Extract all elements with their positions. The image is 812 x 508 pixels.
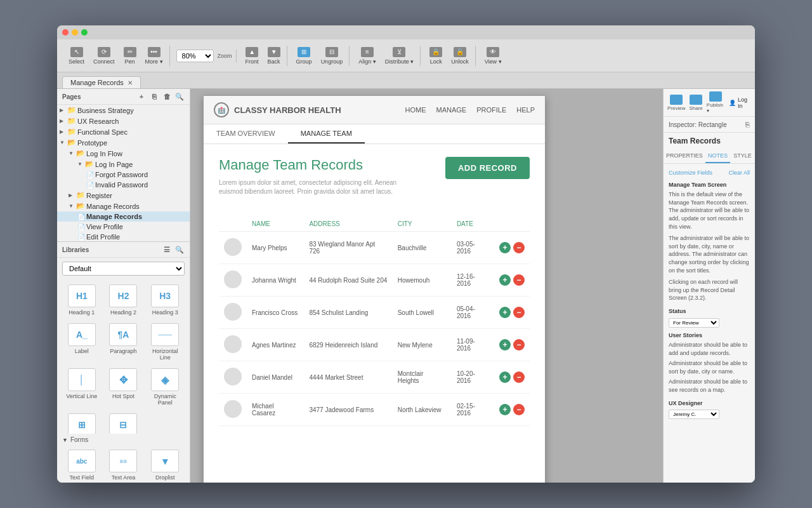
tree-item-view-profile[interactable]: 📄 View Profile (57, 222, 190, 232)
delete-button[interactable]: − (513, 307, 525, 318)
tab-manage-team[interactable]: MANAGE TEAM (288, 124, 365, 144)
tree-label: UX Research (77, 117, 119, 125)
lib-item-text-field[interactable]: abc Text Field (62, 447, 102, 483)
tab-notes[interactable]: NOTES (705, 149, 730, 163)
tree-item-register[interactable]: ▶ 📁 Register (57, 190, 190, 201)
pages-delete-icon[interactable]: 🗑 (162, 91, 172, 102)
pages-search-icon[interactable]: 🔍 (174, 91, 185, 102)
lib-item-label[interactable]: A_ Label (62, 321, 102, 363)
view-button[interactable]: 👁 View ▾ (482, 46, 504, 66)
nav-home[interactable]: HOME (405, 106, 426, 114)
lib-item-repeater[interactable]: ⊟ Repeater (104, 411, 143, 434)
login-button[interactable]: 👤 Log In (729, 97, 751, 109)
clear-all-link[interactable]: Clear All (728, 169, 750, 177)
nav-help[interactable]: HELP (516, 106, 535, 114)
horizontal-line-label: Horizontal Line (147, 348, 183, 361)
col-address[interactable]: ADDRESS (304, 217, 392, 232)
pages-add-icon[interactable]: + (136, 91, 147, 102)
more-button[interactable]: ••• More ▾ (143, 46, 166, 66)
edit-button[interactable]: + (499, 339, 511, 351)
libraries-search-icon[interactable]: 🔍 (174, 244, 185, 255)
inspector-title: Team Records (664, 133, 755, 149)
delete-button[interactable]: − (513, 404, 525, 415)
tab-properties[interactable]: PROPERTIES (664, 149, 705, 163)
delete-button[interactable]: − (513, 371, 525, 383)
zoom-group: 80% 100% 50% Zoom (173, 50, 237, 62)
select-button[interactable]: ↖ Select (66, 46, 87, 66)
libraries-dropdown[interactable]: Default (62, 262, 185, 276)
tree-item-forgot-password[interactable]: 📄 Forgot Password (57, 170, 190, 180)
forms-grid: abc Text Field ≡≡ Text Area ▾ Droplist (57, 444, 190, 483)
lib-item-inline-frame[interactable]: ⊞ Inline Frame (62, 411, 102, 434)
status-select[interactable]: For Review Approved Rejected (669, 318, 719, 328)
unlock-button[interactable]: 🔓 Unlock (449, 46, 471, 66)
group-button[interactable]: ⊞ Group (294, 46, 315, 66)
zoom-select[interactable]: 80% 100% 50% (176, 50, 214, 62)
pen-button[interactable]: ✏ Pen (121, 46, 139, 66)
preview-button[interactable]: Preview (667, 95, 685, 111)
edit-button[interactable]: + (499, 307, 511, 318)
distribute-button[interactable]: ⊻ Distribute ▾ (383, 46, 417, 66)
tab-style[interactable]: STYLE (730, 149, 755, 163)
lib-item-dynamic-panel[interactable]: ◈ Dynamic Panel (145, 366, 185, 408)
tree-item-ux-research[interactable]: ▶ 📁 UX Research (57, 116, 190, 126)
close-btn[interactable] (62, 29, 69, 36)
lib-item-heading3[interactable]: H3 Heading 3 (145, 282, 185, 318)
inspector-copy-icon[interactable]: ⎘ (745, 121, 750, 128)
tree-item-prototype[interactable]: ▼ 📂 Prototype (57, 137, 190, 148)
delete-button[interactable]: − (513, 339, 525, 351)
ungroup-icon: ⊟ (325, 47, 338, 57)
lib-item-heading1[interactable]: H1 Heading 1 (62, 282, 102, 318)
tree-item-business-strategy[interactable]: ▶ 📁 Business Strategy (57, 105, 190, 116)
add-record-button[interactable]: ADD RECORD (445, 157, 530, 179)
lib-item-heading2[interactable]: H2 Heading 2 (104, 282, 143, 318)
edit-button[interactable]: + (499, 242, 511, 253)
text-area-label: Text Area (112, 474, 136, 481)
manage-records-tab[interactable]: Manage Records ✕ (62, 76, 141, 88)
lib-item-text-area[interactable]: ≡≡ Text Area (104, 447, 143, 483)
tree-item-invalid-password[interactable]: 📄 Invalid Password (57, 180, 190, 190)
user-story-1: Administrator should be able to add and … (669, 341, 750, 357)
lib-item-hotspot[interactable]: ✥ Hot Spot (104, 366, 143, 408)
maximize-btn[interactable] (81, 29, 88, 36)
nav-manage[interactable]: MANAGE (436, 106, 466, 114)
minimize-btn[interactable] (72, 29, 78, 36)
tree-item-login-flow[interactable]: ▼ 📂 Log In Flow (57, 148, 190, 159)
connect-button[interactable]: ⟳ Connect (91, 46, 117, 66)
delete-button[interactable]: − (513, 242, 525, 253)
back-button[interactable]: ▼ Back (265, 46, 283, 66)
avatar (224, 271, 242, 288)
front-button[interactable]: ▲ Front (243, 46, 261, 66)
tree-item-functional-spec[interactable]: ▶ 📁 Functional Spec (57, 126, 190, 137)
lib-item-paragraph[interactable]: ¶A Paragraph (104, 321, 143, 363)
edit-button[interactable]: + (499, 371, 511, 383)
publish-button[interactable]: Publish ▾ (707, 91, 725, 114)
dynamic-panel-icon: ◈ (151, 368, 179, 391)
align-button[interactable]: ≡ Align ▾ (356, 46, 379, 66)
tree-item-manage-records-file[interactable]: 📄 Manage Records (57, 211, 190, 222)
col-city[interactable]: CITY (393, 217, 452, 232)
libraries-list-icon[interactable]: ☰ (162, 244, 172, 255)
delete-button[interactable]: − (513, 274, 525, 286)
ungroup-button[interactable]: ⊟ Ungroup (318, 46, 346, 66)
lib-item-horizontal-line[interactable]: ─── Horizontal Line (145, 321, 185, 363)
tab-team-overview[interactable]: TEAM OVERVIEW (204, 124, 288, 144)
col-name[interactable]: NAME (247, 217, 304, 232)
sidebar-left: Pages + ⎘ 🗑 🔍 ▶ 📁 Business Strategy ▶ (57, 89, 190, 483)
tree-item-edit-profile[interactable]: 📄 Edit Profile (57, 232, 190, 241)
tree-item-login-page[interactable]: ▼ 📂 Log In Page (57, 159, 190, 170)
tab-close-icon[interactable]: ✕ (128, 79, 133, 86)
lib-item-droplist[interactable]: ▾ Droplist (145, 447, 185, 483)
edit-button[interactable]: + (499, 404, 511, 415)
nav-profile[interactable]: PROFILE (476, 106, 506, 114)
lib-item-vertical-line[interactable]: │ Vertical Line (62, 366, 102, 408)
edit-button[interactable]: + (499, 274, 511, 286)
hotspot-label: Hot Spot (112, 393, 134, 399)
col-date[interactable]: DATE (452, 217, 494, 232)
share-button[interactable]: Share (689, 95, 702, 111)
lock-button[interactable]: 🔒 Lock (427, 46, 445, 66)
customize-fields-link[interactable]: Customize Fields (669, 169, 712, 177)
ux-designer-select[interactable]: Jeremy C. (669, 410, 719, 419)
pages-duplicate-icon[interactable]: ⎘ (149, 91, 159, 102)
tree-item-manage-records-folder[interactable]: ▼ 📂 Manage Records (57, 201, 190, 211)
